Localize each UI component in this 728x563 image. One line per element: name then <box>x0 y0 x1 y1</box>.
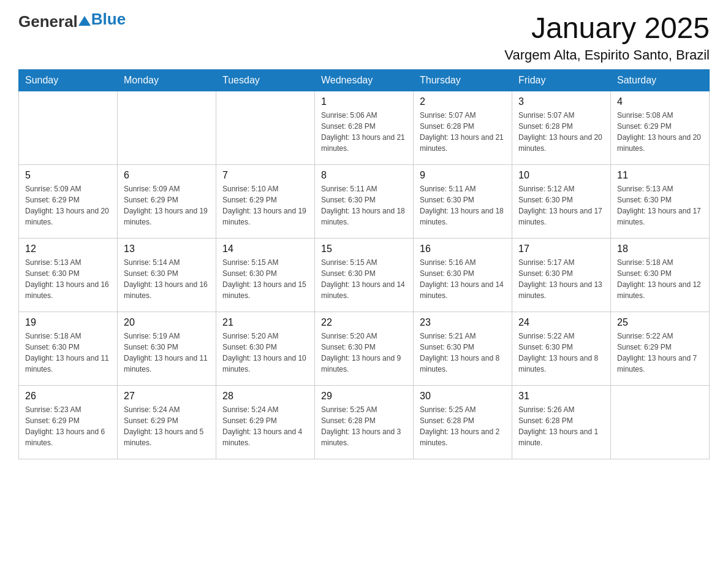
calendar-cell: 27Sunrise: 5:24 AM Sunset: 6:29 PM Dayli… <box>118 385 216 459</box>
day-number: 26 <box>25 391 111 402</box>
svg-marker-0 <box>78 16 91 26</box>
day-info: Sunrise: 5:11 AM Sunset: 6:30 PM Dayligh… <box>420 183 506 228</box>
calendar-cell: 28Sunrise: 5:24 AM Sunset: 6:29 PM Dayli… <box>216 385 315 459</box>
calendar-cell: 12Sunrise: 5:13 AM Sunset: 6:30 PM Dayli… <box>19 238 118 312</box>
day-info: Sunrise: 5:21 AM Sunset: 6:30 PM Dayligh… <box>420 331 506 375</box>
day-info: Sunrise: 5:13 AM Sunset: 6:30 PM Dayligh… <box>617 183 703 228</box>
day-info: Sunrise: 5:14 AM Sunset: 6:30 PM Dayligh… <box>124 257 210 301</box>
calendar-body: 1Sunrise: 5:06 AM Sunset: 6:28 PM Daylig… <box>19 91 710 459</box>
day-info: Sunrise: 5:11 AM Sunset: 6:30 PM Dayligh… <box>321 183 407 228</box>
weekday-header-wednesday: Wednesday <box>315 69 414 91</box>
calendar-cell: 2Sunrise: 5:07 AM Sunset: 6:28 PM Daylig… <box>414 91 512 164</box>
day-number: 29 <box>321 391 407 402</box>
page-header: General Blue January 2025 Vargem Alta, E… <box>18 12 710 63</box>
calendar-header: SundayMondayTuesdayWednesdayThursdayFrid… <box>19 69 710 91</box>
calendar-title: January 2025 <box>504 12 710 45</box>
day-info: Sunrise: 5:26 AM Sunset: 6:28 PM Dayligh… <box>518 404 604 448</box>
day-number: 24 <box>518 317 604 328</box>
day-number: 18 <box>617 243 703 255</box>
calendar-cell: 10Sunrise: 5:12 AM Sunset: 6:30 PM Dayli… <box>512 164 611 238</box>
calendar-cell: 20Sunrise: 5:19 AM Sunset: 6:30 PM Dayli… <box>118 312 216 385</box>
day-number: 4 <box>617 96 703 107</box>
day-number: 20 <box>124 317 210 328</box>
week-row-3: 19Sunrise: 5:18 AM Sunset: 6:30 PM Dayli… <box>19 312 710 385</box>
calendar-cell: 13Sunrise: 5:14 AM Sunset: 6:30 PM Dayli… <box>118 238 216 312</box>
calendar-table: SundayMondayTuesdayWednesdayThursdayFrid… <box>18 69 710 459</box>
calendar-cell: 18Sunrise: 5:18 AM Sunset: 6:30 PM Dayli… <box>611 238 710 312</box>
calendar-cell: 7Sunrise: 5:10 AM Sunset: 6:29 PM Daylig… <box>216 164 315 238</box>
calendar-cell: 25Sunrise: 5:22 AM Sunset: 6:29 PM Dayli… <box>611 312 710 385</box>
calendar-cell <box>118 91 216 164</box>
day-info: Sunrise: 5:08 AM Sunset: 6:29 PM Dayligh… <box>617 110 703 154</box>
calendar-cell <box>19 91 118 164</box>
day-number: 30 <box>420 391 506 402</box>
day-number: 7 <box>222 170 308 181</box>
week-row-0: 1Sunrise: 5:06 AM Sunset: 6:28 PM Daylig… <box>19 91 710 164</box>
calendar-cell: 15Sunrise: 5:15 AM Sunset: 6:30 PM Dayli… <box>315 238 414 312</box>
calendar-cell: 4Sunrise: 5:08 AM Sunset: 6:29 PM Daylig… <box>611 91 710 164</box>
day-number: 15 <box>321 243 407 255</box>
day-info: Sunrise: 5:07 AM Sunset: 6:28 PM Dayligh… <box>518 110 604 154</box>
title-block: January 2025 Vargem Alta, Espirito Santo… <box>504 12 710 63</box>
day-number: 19 <box>25 317 111 328</box>
calendar-cell: 29Sunrise: 5:25 AM Sunset: 6:28 PM Dayli… <box>315 385 414 459</box>
day-info: Sunrise: 5:13 AM Sunset: 6:30 PM Dayligh… <box>25 257 111 301</box>
week-row-1: 5Sunrise: 5:09 AM Sunset: 6:29 PM Daylig… <box>19 164 710 238</box>
day-number: 23 <box>420 317 506 328</box>
calendar-cell: 31Sunrise: 5:26 AM Sunset: 6:28 PM Dayli… <box>512 385 611 459</box>
day-number: 12 <box>25 243 111 255</box>
calendar-cell: 1Sunrise: 5:06 AM Sunset: 6:28 PM Daylig… <box>315 91 414 164</box>
calendar-cell: 30Sunrise: 5:25 AM Sunset: 6:28 PM Dayli… <box>414 385 512 459</box>
calendar-cell <box>216 91 315 164</box>
logo-general-text: General <box>18 12 78 31</box>
day-info: Sunrise: 5:12 AM Sunset: 6:30 PM Dayligh… <box>518 183 604 228</box>
weekday-header-thursday: Thursday <box>414 69 512 91</box>
day-number: 27 <box>124 391 210 402</box>
day-info: Sunrise: 5:19 AM Sunset: 6:30 PM Dayligh… <box>124 331 210 375</box>
day-info: Sunrise: 5:15 AM Sunset: 6:30 PM Dayligh… <box>321 257 407 301</box>
calendar-cell: 9Sunrise: 5:11 AM Sunset: 6:30 PM Daylig… <box>414 164 512 238</box>
day-info: Sunrise: 5:20 AM Sunset: 6:30 PM Dayligh… <box>321 331 407 375</box>
day-number: 10 <box>518 170 604 181</box>
day-number: 22 <box>321 317 407 328</box>
calendar-cell: 24Sunrise: 5:22 AM Sunset: 6:30 PM Dayli… <box>512 312 611 385</box>
calendar-subtitle: Vargem Alta, Espirito Santo, Brazil <box>504 47 710 63</box>
weekday-header-saturday: Saturday <box>611 69 710 91</box>
day-info: Sunrise: 5:23 AM Sunset: 6:29 PM Dayligh… <box>25 404 111 448</box>
day-info: Sunrise: 5:18 AM Sunset: 6:30 PM Dayligh… <box>617 257 703 301</box>
calendar-cell: 22Sunrise: 5:20 AM Sunset: 6:30 PM Dayli… <box>315 312 414 385</box>
day-info: Sunrise: 5:09 AM Sunset: 6:29 PM Dayligh… <box>124 183 210 228</box>
day-info: Sunrise: 5:09 AM Sunset: 6:29 PM Dayligh… <box>25 183 111 228</box>
logo-blue-text: Blue <box>91 10 126 29</box>
calendar-cell: 5Sunrise: 5:09 AM Sunset: 6:29 PM Daylig… <box>19 164 118 238</box>
calendar-cell: 3Sunrise: 5:07 AM Sunset: 6:28 PM Daylig… <box>512 91 611 164</box>
day-number: 25 <box>617 317 703 328</box>
day-number: 3 <box>518 96 604 107</box>
calendar-cell <box>611 385 710 459</box>
logo: General Blue <box>18 12 126 31</box>
calendar-cell: 11Sunrise: 5:13 AM Sunset: 6:30 PM Dayli… <box>611 164 710 238</box>
day-info: Sunrise: 5:22 AM Sunset: 6:29 PM Dayligh… <box>617 331 703 375</box>
day-info: Sunrise: 5:25 AM Sunset: 6:28 PM Dayligh… <box>321 404 407 448</box>
day-number: 21 <box>222 317 308 328</box>
day-info: Sunrise: 5:24 AM Sunset: 6:29 PM Dayligh… <box>124 404 210 448</box>
day-number: 14 <box>222 243 308 255</box>
day-info: Sunrise: 5:16 AM Sunset: 6:30 PM Dayligh… <box>420 257 506 301</box>
day-number: 16 <box>420 243 506 255</box>
calendar-cell: 14Sunrise: 5:15 AM Sunset: 6:30 PM Dayli… <box>216 238 315 312</box>
calendar-cell: 26Sunrise: 5:23 AM Sunset: 6:29 PM Dayli… <box>19 385 118 459</box>
day-number: 13 <box>124 243 210 255</box>
day-number: 11 <box>617 170 703 181</box>
weekday-header-sunday: Sunday <box>19 69 118 91</box>
day-number: 5 <box>25 170 111 181</box>
calendar-cell: 23Sunrise: 5:21 AM Sunset: 6:30 PM Dayli… <box>414 312 512 385</box>
day-number: 17 <box>518 243 604 255</box>
calendar-cell: 17Sunrise: 5:17 AM Sunset: 6:30 PM Dayli… <box>512 238 611 312</box>
day-number: 31 <box>518 391 604 402</box>
day-info: Sunrise: 5:10 AM Sunset: 6:29 PM Dayligh… <box>222 183 308 228</box>
week-row-4: 26Sunrise: 5:23 AM Sunset: 6:29 PM Dayli… <box>19 385 710 459</box>
day-info: Sunrise: 5:20 AM Sunset: 6:30 PM Dayligh… <box>222 331 308 375</box>
calendar-cell: 19Sunrise: 5:18 AM Sunset: 6:30 PM Dayli… <box>19 312 118 385</box>
calendar-cell: 21Sunrise: 5:20 AM Sunset: 6:30 PM Dayli… <box>216 312 315 385</box>
day-info: Sunrise: 5:07 AM Sunset: 6:28 PM Dayligh… <box>420 110 506 154</box>
